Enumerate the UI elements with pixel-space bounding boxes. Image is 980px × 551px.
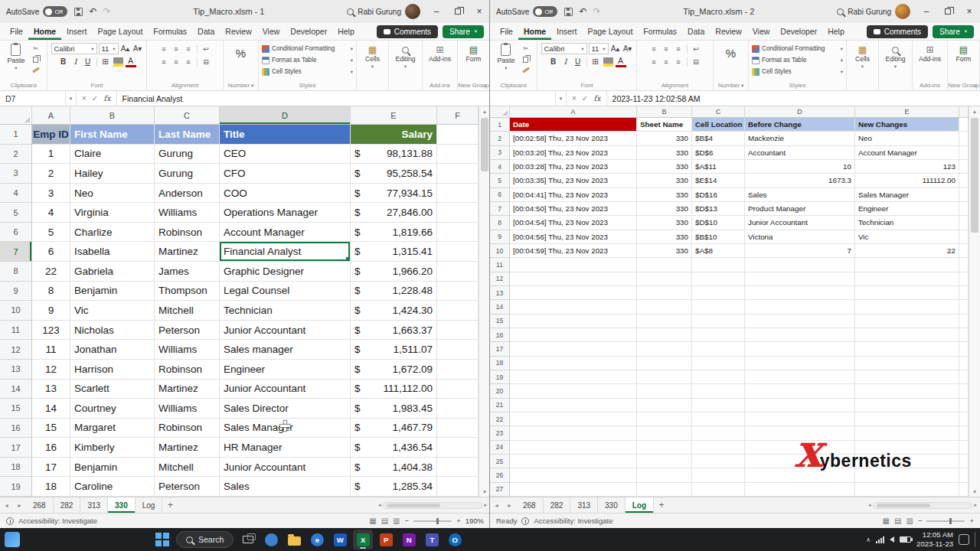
cell-F1[interactable] <box>437 125 479 145</box>
italic-button[interactable]: I <box>70 56 81 67</box>
cell[interactable] <box>855 370 959 384</box>
row-header-7[interactable]: 7 <box>490 202 510 216</box>
scroll-left-icon[interactable]: ◂ <box>378 502 381 508</box>
cell[interactable] <box>510 468 637 482</box>
cell-D18[interactable]: Junior Accountant <box>220 458 351 478</box>
column-header-B[interactable]: B <box>70 106 155 125</box>
cell[interactable] <box>855 272 959 286</box>
sheet-tab-330[interactable]: 330 <box>598 497 626 513</box>
cell-B19[interactable]: Caroline <box>70 477 155 497</box>
new-sheet-button[interactable]: + <box>162 497 178 513</box>
cell[interactable] <box>510 328 637 342</box>
scroll-up-icon[interactable]: ▲ <box>969 106 980 116</box>
cell[interactable] <box>959 146 969 160</box>
cell[interactable] <box>855 441 959 455</box>
zoom-slider[interactable] <box>413 520 452 522</box>
column-header-E[interactable]: E <box>855 106 959 118</box>
cell[interactable] <box>855 342 959 356</box>
cell-B10[interactable]: Vic <box>70 301 155 321</box>
cell-B5[interactable]: Virginia <box>70 203 155 223</box>
font-name-select[interactable]: Calibri▾ <box>51 43 97 54</box>
page-layout-view-icon[interactable]: ▤ <box>894 517 901 525</box>
ribbon-tab-help[interactable]: Help <box>332 23 360 40</box>
ribbon-tab-home[interactable]: Home <box>28 23 61 40</box>
cell-F14[interactable] <box>437 380 479 399</box>
cell[interactable] <box>692 357 745 370</box>
cell-C13[interactable]: Robinson <box>155 360 220 380</box>
cell[interactable] <box>510 399 637 412</box>
cell-E13[interactable]: $1,672.09 <box>351 360 437 380</box>
cell-B7[interactable]: Isabella <box>70 242 155 262</box>
row-header-12[interactable]: 12 <box>490 272 510 286</box>
cell[interactable] <box>510 300 637 314</box>
cell-E4[interactable]: $77,934.15 <box>351 184 437 204</box>
cell[interactable] <box>637 384 692 398</box>
cell[interactable] <box>959 342 969 356</box>
cell-A10[interactable]: 9 <box>32 301 70 321</box>
ribbon-tab-help[interactable]: Help <box>822 23 850 40</box>
cell-C10[interactable]: Mitchell <box>155 301 220 321</box>
sheet-tab-330[interactable]: 330 <box>108 497 136 513</box>
cancel-icon[interactable]: × <box>572 94 577 103</box>
addins-button[interactable]: ⊞ Add-ins <box>429 45 451 63</box>
merge-center-icon[interactable]: ⊟ <box>201 56 211 67</box>
align-bottom-icon[interactable]: ≡ <box>673 43 684 54</box>
row-header-27[interactable]: 27 <box>490 483 510 497</box>
cell-F15[interactable] <box>437 399 479 419</box>
tab-nav-right-icon[interactable]: ▸ <box>13 497 26 513</box>
cell-C2[interactable]: $B$4 <box>692 132 745 145</box>
cell-E3[interactable]: Account Manager <box>855 146 959 160</box>
cell-B9[interactable]: 330 <box>637 230 692 244</box>
cell-F5[interactable] <box>437 203 479 223</box>
cell-F19[interactable] <box>437 477 479 497</box>
cell[interactable] <box>637 483 692 497</box>
cell[interactable] <box>510 342 637 356</box>
conditional-formatting-button[interactable]: Conditional Formatting▾ <box>260 43 354 54</box>
cell-E1[interactable]: Salary <box>351 125 437 145</box>
cell[interactable] <box>510 315 637 328</box>
collapse-ribbon-icon[interactable]: ∧ <box>973 83 977 89</box>
cell-E12[interactable]: $1,511.07 <box>351 340 437 360</box>
select-all-corner[interactable] <box>0 106 32 125</box>
format-painter-icon[interactable] <box>31 66 41 74</box>
cell[interactable] <box>745 286 855 300</box>
cells-button[interactable]: ▦ Cells ▾ <box>365 45 380 70</box>
row-header-5[interactable]: 5 <box>0 203 32 223</box>
merge-center-icon[interactable]: ⊟ <box>691 56 701 67</box>
cell[interactable] <box>637 370 692 384</box>
cell[interactable] <box>959 230 969 244</box>
cell-C12[interactable]: Williams <box>155 340 220 360</box>
cell[interactable] <box>745 441 855 455</box>
cell-B8[interactable]: Gabriela <box>70 262 155 282</box>
cell-B14[interactable]: Scarlett <box>70 380 155 399</box>
cell[interactable] <box>692 272 745 286</box>
cell[interactable] <box>745 384 855 398</box>
row-header-13[interactable]: 13 <box>490 286 510 300</box>
sheet-tab-268[interactable]: 268 <box>516 497 544 513</box>
ribbon-tab-home[interactable]: Home <box>518 23 551 40</box>
grow-font-button[interactable]: A▴ <box>610 43 621 54</box>
cell-D3[interactable]: Accountant <box>745 146 855 160</box>
row-header-22[interactable]: 22 <box>490 412 510 426</box>
scroll-down-icon[interactable]: ▼ <box>479 487 490 497</box>
ribbon-tab-developer[interactable]: Developer <box>285 23 332 40</box>
cell[interactable] <box>745 300 855 314</box>
percent-style-button[interactable]: % <box>726 47 736 60</box>
accessibility-status[interactable]: Accessibility: Investigate <box>534 517 612 525</box>
sheet-tab-313[interactable]: 313 <box>570 497 598 513</box>
cell-D17[interactable]: HR Manager <box>220 438 351 458</box>
bold-button[interactable]: B <box>58 56 69 67</box>
comments-button[interactable]: Comments <box>377 25 438 38</box>
cell-A17[interactable]: 16 <box>32 438 70 458</box>
cell[interactable] <box>637 412 692 426</box>
user-chip[interactable]: Rabi Gurung <box>848 4 910 19</box>
cell-C10[interactable]: $A$8 <box>692 244 745 258</box>
cell-C4[interactable]: Anderson <box>155 184 220 204</box>
cell-E2[interactable]: $98,131.88 <box>351 145 437 165</box>
taskbar-icon-task-view[interactable] <box>238 530 258 549</box>
cell-B6[interactable]: 330 <box>637 188 692 202</box>
row-header-26[interactable]: 26 <box>490 468 510 482</box>
column-header-D[interactable]: D <box>220 106 351 125</box>
sheet-tab-313[interactable]: 313 <box>80 497 108 513</box>
align-top-icon[interactable]: ≡ <box>648 43 659 54</box>
